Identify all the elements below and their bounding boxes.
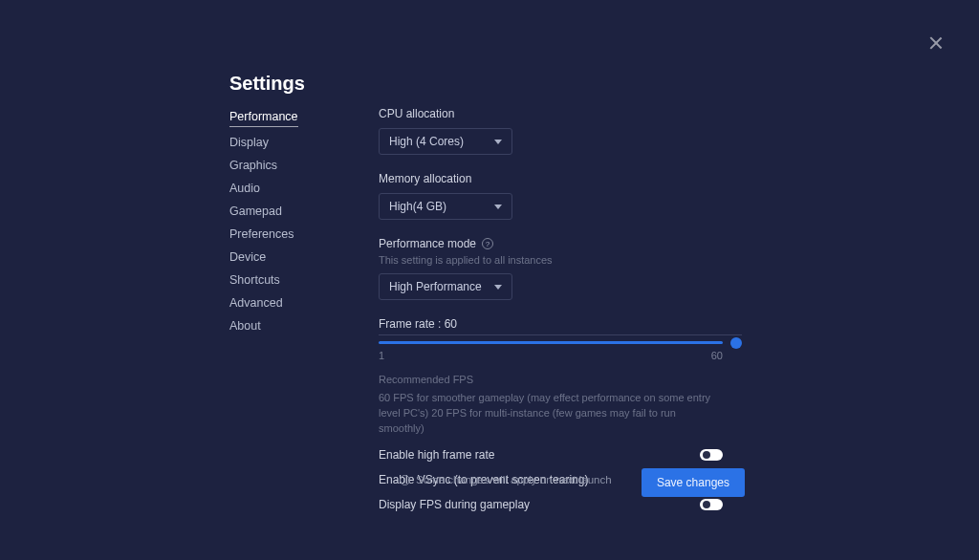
chevron-down-icon xyxy=(494,140,502,144)
recommended-fps-title: Recommended FPS xyxy=(379,373,723,388)
cpu-allocation-value: High (4 Cores) xyxy=(389,135,464,148)
sidebar: Performance Display Graphics Audio Gamep… xyxy=(229,110,354,334)
performance-mode-label: Performance mode ? xyxy=(379,237,742,250)
performance-mode-group: Performance mode ? This setting is appli… xyxy=(379,237,742,300)
sidebar-item-shortcuts[interactable]: Shortcuts xyxy=(229,273,280,288)
toggle-label: Enable high frame rate xyxy=(379,448,494,462)
info-icon: i xyxy=(400,475,410,485)
toggle-row-display-fps: Display FPS during gameplay xyxy=(379,498,723,511)
memory-allocation-value: High(4 GB) xyxy=(389,200,446,213)
frame-rate-min: 1 xyxy=(379,350,384,361)
frame-rate-group: Frame rate : 60 1 60 xyxy=(379,317,742,361)
cpu-allocation-group: CPU allocation High (4 Cores) xyxy=(379,107,742,155)
display-fps-toggle[interactable] xyxy=(700,499,723,510)
performance-mode-select[interactable]: High Performance xyxy=(379,273,512,300)
performance-mode-label-text: Performance mode xyxy=(379,237,476,250)
toggle-label: Display FPS during gameplay xyxy=(379,498,530,511)
save-changes-button[interactable]: Save changes xyxy=(642,468,745,497)
recommended-fps-body: 60 FPS for smoother gameplay (may effect… xyxy=(379,391,723,437)
sidebar-item-device[interactable]: Device xyxy=(229,250,266,265)
help-icon[interactable]: ? xyxy=(482,238,493,249)
sidebar-item-advanced[interactable]: Advanced xyxy=(229,296,283,311)
sidebar-item-gamepad[interactable]: Gamepad xyxy=(229,205,282,219)
toggle-knob xyxy=(703,451,710,459)
cpu-allocation-label: CPU allocation xyxy=(379,107,742,120)
memory-allocation-group: Memory allocation High(4 GB) xyxy=(379,172,742,220)
recommended-fps-block: Recommended FPS 60 FPS for smoother game… xyxy=(379,373,723,437)
memory-allocation-label: Memory allocation xyxy=(379,172,742,185)
toggle-knob xyxy=(703,501,710,508)
frame-rate-max: 60 xyxy=(711,350,723,361)
cpu-allocation-select[interactable]: High (4 Cores) xyxy=(379,128,512,155)
performance-mode-note: This setting is applied to all instances xyxy=(379,254,742,266)
chevron-down-icon xyxy=(494,205,502,209)
sidebar-item-graphics[interactable]: Graphics xyxy=(229,159,277,173)
sidebar-item-preferences[interactable]: Preferences xyxy=(229,227,294,242)
page-title: Settings xyxy=(229,73,305,95)
footer-note-text: Some changes will apply on next launch xyxy=(416,474,612,485)
frame-rate-label: Frame rate : 60 xyxy=(379,317,742,335)
content: CPU allocation High (4 Cores) Memory all… xyxy=(379,107,742,511)
sidebar-item-about[interactable]: About xyxy=(229,319,261,334)
frame-rate-scale: 1 60 xyxy=(379,350,723,361)
footer-note: i Some changes will apply on next launch xyxy=(400,474,612,485)
sidebar-item-performance[interactable]: Performance xyxy=(229,110,298,127)
slider-thumb[interactable] xyxy=(730,337,742,349)
toggle-row-high-frame-rate: Enable high frame rate xyxy=(379,448,723,462)
close-icon[interactable] xyxy=(929,36,943,50)
memory-allocation-select[interactable]: High(4 GB) xyxy=(379,193,512,220)
high-frame-rate-toggle[interactable] xyxy=(700,449,723,461)
sidebar-item-audio[interactable]: Audio xyxy=(229,182,260,196)
chevron-down-icon xyxy=(494,285,502,290)
sidebar-item-display[interactable]: Display xyxy=(229,136,269,150)
slider-track xyxy=(379,341,723,344)
performance-mode-value: High Performance xyxy=(389,280,482,293)
frame-rate-slider[interactable] xyxy=(379,341,742,344)
